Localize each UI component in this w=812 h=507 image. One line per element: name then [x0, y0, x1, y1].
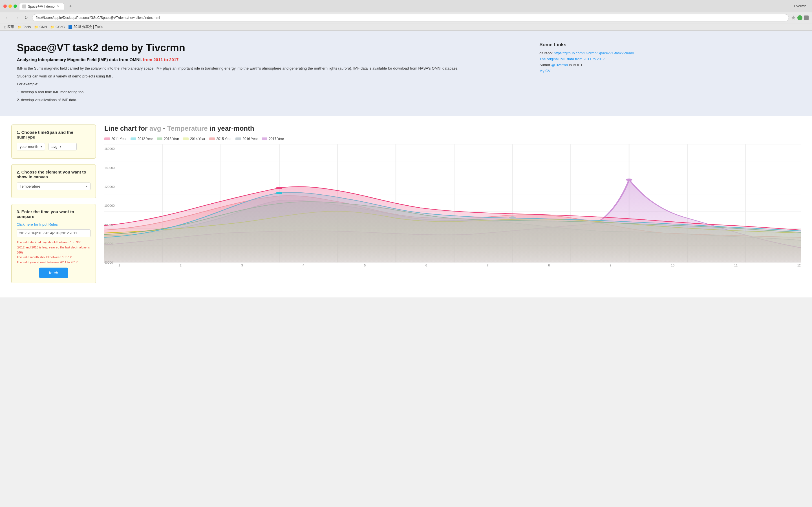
panel3-title: 3. Enter the time you want to compare — [17, 209, 91, 219]
bookmark-cnn[interactable]: 📁 CNN — [34, 25, 47, 29]
timespan-arrow-icon: ▾ — [41, 145, 42, 148]
chart-area: Line chart for avg - Temperature in year… — [104, 124, 801, 289]
author-link[interactable]: @Tivcrmn — [551, 63, 568, 67]
links-title: Some Links — [539, 42, 795, 48]
x-axis-labels: 1 2 3 4 5 6 7 8 9 10 11 12 — [104, 263, 801, 267]
legend-color-swatch — [262, 137, 267, 140]
maximize-button[interactable] — [13, 4, 17, 8]
numtype-value: avg — [52, 145, 57, 149]
legend-label: 2014 Year — [190, 137, 205, 141]
validation-messages: The valid decimal day should between 1 t… — [17, 240, 91, 265]
hero-section: Space@VT task2 demo by Tivcrmn Analyzing… — [0, 31, 812, 116]
star-icon[interactable] — [791, 15, 796, 20]
fetch-button[interactable]: fetch — [39, 268, 68, 278]
main-section: 1. Choose timeSpan and the numType year-… — [0, 116, 812, 297]
hero-body: IMF is the Sun's magnetic field carried … — [17, 65, 528, 103]
bookmark-gsoc[interactable]: 📁 GSoC — [50, 25, 65, 29]
legend-item: 2015 Year — [209, 137, 232, 141]
author-prefix: Author — [539, 63, 551, 67]
new-tab-button[interactable]: + — [66, 2, 74, 10]
legend-label: 2011 Year — [111, 137, 126, 141]
numtype-select[interactable]: avg ▾ — [49, 143, 77, 151]
back-button[interactable]: ← — [3, 14, 11, 21]
bookmark-tools[interactable]: 📁 Tools — [17, 25, 31, 29]
area-2011 — [104, 187, 801, 263]
hero-body-p1: IMF is the Sun's magnetic field carried … — [17, 65, 528, 71]
original-data-link[interactable]: The original IMF data from 2011 to 2017 — [539, 57, 605, 61]
chart-title-avg: avg — [149, 124, 161, 132]
toolbar-icons — [791, 15, 809, 20]
input-rules-link[interactable]: Click here for Input Rules — [17, 222, 91, 226]
menu-icon[interactable] — [804, 15, 809, 20]
legend-item: 2013 Year — [157, 137, 179, 141]
legend-item: 2011 Year — [104, 137, 126, 141]
chart-svg — [104, 144, 801, 263]
folder-icon-3: 📁 — [50, 25, 54, 29]
apps-grid-icon: ⊞ — [3, 25, 6, 29]
url-text: file:///Users/apple/Desktop/Personal/GSo… — [36, 16, 785, 20]
point-2017 — [626, 179, 632, 181]
legend-label: 2012 Year — [138, 137, 153, 141]
git-repo-item: git repo: https://github.com/Tivcrmn/Spa… — [539, 51, 795, 55]
select-row: year-month ▾ avg ▾ — [17, 143, 91, 151]
legend-color-swatch — [104, 137, 110, 140]
git-prefix: git repo: — [539, 51, 554, 55]
point-2012 — [276, 192, 283, 194]
legend-color-swatch — [209, 137, 215, 140]
folder-icon-2: 📁 — [34, 25, 38, 29]
legend-label: 2013 Year — [164, 137, 179, 141]
validation-msg-4: The valid year should between 2011 to 20… — [17, 260, 91, 265]
chart-legend: 2011 Year2012 Year2013 Year2014 Year2015… — [104, 137, 801, 141]
element-arrow-icon: ▾ — [86, 185, 87, 188]
timespan-select[interactable]: year-month ▾ — [17, 143, 45, 151]
user-avatar[interactable] — [797, 15, 802, 20]
chart-title: Line chart for avg - Temperature in year… — [104, 124, 801, 132]
panel-time: 3. Enter the time you want to compare Cl… — [11, 204, 96, 283]
git-link[interactable]: https://github.com/Tivcrmn/Space-VT-task… — [554, 51, 634, 55]
bookmarks-bar: ⊞ 应用 📁 Tools 📁 CNN 📁 GSoC 🟦 2018 分享会 | T… — [0, 23, 812, 31]
hero-subtitle: Analyzing Interplanetary Magnetic Field … — [17, 57, 528, 62]
hero-body-p5: 2. develop visualizations of IMF data. — [17, 97, 528, 103]
legend-item: 2012 Year — [131, 137, 153, 141]
point-2011 — [276, 187, 283, 189]
hero-body-p3: For example: — [17, 81, 528, 87]
bookmark-apps[interactable]: ⊞ 应用 — [3, 24, 14, 29]
legend-color-swatch — [236, 137, 241, 140]
minimize-button[interactable] — [8, 4, 12, 8]
chart-wrapper: 160000 140000 120000 100000 80000 60000 … — [104, 144, 801, 267]
legend-color-swatch — [157, 137, 162, 140]
forward-button[interactable]: → — [13, 14, 20, 21]
validation-msg-1: The valid decimal day should between 1 t… — [17, 240, 91, 245]
chart-title-dash: - — [161, 124, 167, 132]
bookmark-trello[interactable]: 🟦 2018 分享会 | Trello — [68, 24, 103, 29]
refresh-button[interactable]: ↻ — [22, 14, 30, 21]
tab-close-button[interactable]: ✕ — [57, 4, 59, 8]
legend-color-swatch — [131, 137, 136, 140]
original-data-item: The original IMF data from 2011 to 2017 — [539, 57, 795, 61]
close-button[interactable] — [3, 4, 7, 8]
author-item: Author @Tivcrmn in BUPT — [539, 63, 795, 67]
legend-label: 2015 Year — [216, 137, 232, 141]
tab-favicon — [22, 4, 26, 8]
browser-tab[interactable]: Space@VT demo ✕ — [19, 3, 64, 10]
window-title: Tivcrmn — [794, 4, 806, 8]
legend-label: 2017 Year — [269, 137, 284, 141]
my-cv-link[interactable]: My CV — [539, 69, 550, 73]
trello-icon: 🟦 — [68, 25, 72, 29]
traffic-lights — [3, 4, 17, 8]
left-panel: 1. Choose timeSpan and the numType year-… — [11, 124, 96, 289]
my-cv-item: My CV — [539, 69, 795, 73]
legend-item: 2016 Year — [236, 137, 258, 141]
legend-item: 2014 Year — [183, 137, 205, 141]
page-content: Space@VT task2 demo by Tivcrmn Analyzing… — [0, 31, 812, 297]
bookmark-gsoc-label: GSoC — [56, 25, 65, 29]
hero-main: Space@VT task2 demo by Tivcrmn Analyzing… — [17, 42, 528, 105]
element-select[interactable]: Temperature ▾ — [17, 182, 91, 190]
subtitle-highlight: from 2011 to 2017 — [143, 57, 179, 62]
url-bar[interactable]: file:///Users/apple/Desktop/Personal/GSo… — [32, 14, 789, 21]
subtitle-prefix: Analyzing Interplanetary Magnetic Field … — [17, 57, 142, 62]
validation-msg-3: The valid month should between 1 to 12 — [17, 255, 91, 260]
legend-color-swatch — [183, 137, 189, 140]
tab-label: Space@VT demo — [28, 4, 55, 8]
time-input[interactable] — [17, 229, 91, 237]
